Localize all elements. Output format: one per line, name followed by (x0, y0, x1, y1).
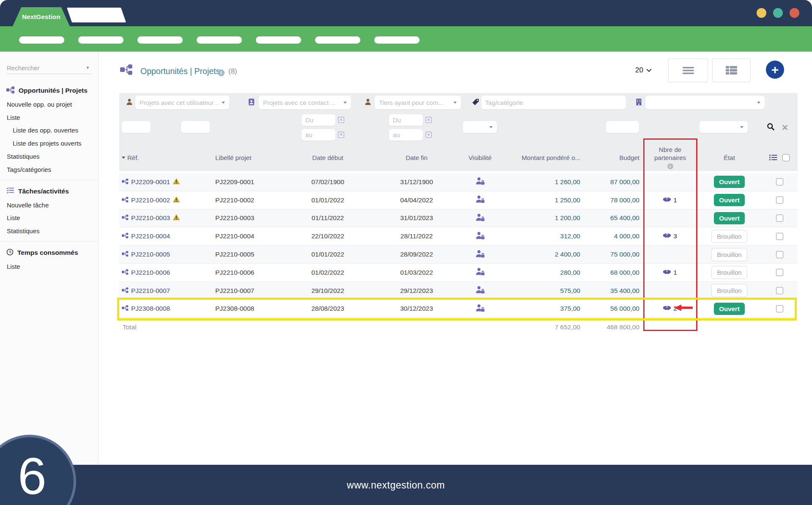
date-end-cell: 31/01/2023 (376, 214, 457, 222)
filter-contact-select[interactable]: Projets avec ce contact ... (259, 96, 351, 109)
sidebar-search-select[interactable]: Rechercher ▼ (7, 62, 91, 74)
ref-link[interactable]: PJ2308-0008 (131, 305, 170, 312)
column-header-state[interactable]: État (697, 154, 761, 161)
label-cell: PJ2209-0001 (211, 178, 279, 186)
page-size-select[interactable]: 20 (635, 66, 652, 75)
column-header-date-start[interactable]: Date début (279, 154, 376, 161)
sidebar-item[interactable]: Liste (0, 260, 98, 273)
nav-pill[interactable] (256, 36, 301, 44)
sidebar-item[interactable]: Statistiques (0, 224, 98, 237)
sidebar-item[interactable]: Nouvelle tâche (0, 199, 98, 212)
filter-tiers-select[interactable]: Tiers ayant pour com... (375, 96, 461, 109)
calendar-icon[interactable] (425, 116, 432, 125)
info-icon[interactable]: i (667, 163, 673, 169)
filter-label-input[interactable] (181, 121, 210, 133)
weighted-cell: 375,00 (503, 305, 584, 312)
date-end-cell: 31/12/1900 (376, 178, 457, 186)
budget-cell: 75 000,00 (584, 251, 643, 258)
filter-state-select[interactable] (700, 121, 748, 133)
filter-ref-input[interactable] (122, 121, 151, 133)
column-header-ref[interactable]: Réf. (119, 154, 211, 161)
filter-budget-input[interactable] (606, 121, 639, 133)
column-header-partners[interactable]: Nbre de partenaires i (643, 146, 697, 169)
table-row[interactable]: PJ2210-0004 PJ2210-0004 22/10/2022 28/11… (119, 227, 798, 246)
tag-category-input[interactable] (481, 96, 626, 109)
sidebar-item[interactable]: Liste des projets ouverts (0, 137, 98, 150)
hamburger-icon (683, 66, 694, 75)
column-header-label[interactable]: Libellé projet (211, 154, 279, 161)
close-dot[interactable] (790, 8, 799, 18)
minimize-dot[interactable] (757, 8, 766, 18)
date-end-to-input[interactable] (389, 129, 423, 141)
row-checkbox[interactable] (776, 305, 783, 312)
table-row[interactable]: PJ2210-0007 PJ2210-0007 29/10/2022 29/12… (119, 282, 798, 300)
search-button[interactable] (767, 123, 775, 132)
brand-tab[interactable]: NextGestion (13, 7, 70, 26)
row-checkbox[interactable] (776, 178, 783, 185)
add-record-button[interactable]: + (766, 61, 784, 79)
sidebar-section-temps[interactable]: Temps consommés (0, 246, 98, 260)
date-start-to-input[interactable] (302, 129, 335, 141)
table-row[interactable]: PJ2308-0008 PJ2308-0008 28/08/2023 30/12… (119, 300, 798, 318)
column-header-date-end[interactable]: Date fin (376, 154, 457, 161)
partners-count: 2 (673, 305, 677, 312)
table-row[interactable]: PJ2209-0001 PJ2209-0001 07/02/1900 31/12… (119, 173, 798, 191)
calendar-icon[interactable] (338, 131, 344, 140)
blank-tab[interactable] (67, 8, 126, 22)
column-header-budget[interactable]: Budget (584, 154, 643, 161)
table-row[interactable]: PJ2210-0006 PJ2210-0006 01/02/2022 01/03… (119, 264, 798, 282)
row-checkbox[interactable] (776, 196, 783, 204)
nav-pill[interactable] (137, 36, 183, 44)
sidebar-item[interactable]: Tags/catégories (0, 163, 98, 176)
ref-link[interactable]: PJ2210-0006 (131, 269, 170, 276)
nav-pill[interactable] (19, 36, 64, 44)
budget-cell: 68 000,00 (584, 269, 643, 276)
table-row[interactable]: PJ2210-0003 PJ2210-0003 01/11/2022 31/01… (119, 210, 798, 228)
list-view-button[interactable] (668, 58, 708, 82)
ref-link[interactable]: PJ2209-0001 (131, 178, 170, 186)
ref-link[interactable]: PJ2210-0002 (131, 196, 170, 204)
sidebar: Rechercher ▼ Opportunités | Projets Nouv… (0, 52, 99, 465)
ref-link[interactable]: PJ2210-0003 (131, 214, 170, 222)
sidebar-item[interactable]: Nouvelle opp. ou projet (0, 98, 98, 111)
clear-filters-button[interactable]: ✕ (782, 123, 788, 132)
filter-company-select[interactable] (645, 96, 765, 109)
sidebar-item[interactable]: Liste (0, 111, 98, 124)
info-icon[interactable]: i (218, 68, 225, 76)
list-check-icon[interactable] (769, 155, 777, 160)
maximize-dot[interactable] (773, 8, 783, 18)
sidebar-item[interactable]: Liste des opp. ouvertes (0, 124, 98, 137)
filter-user-select[interactable]: Projets avec cet utilisateur ... (135, 96, 229, 109)
table-row[interactable]: PJ2210-0005 PJ2210-0005 01/01/2022 28/09… (119, 246, 798, 264)
ref-link[interactable]: PJ2210-0005 (131, 251, 170, 258)
sidebar-section-taches[interactable]: Tâches/activités (0, 184, 98, 199)
nav-pill[interactable] (374, 36, 420, 44)
user-lock-icon (475, 213, 485, 223)
row-checkbox[interactable] (776, 215, 783, 222)
date-end-from-input[interactable] (389, 114, 423, 126)
column-header-visibility[interactable]: Visibilité (457, 154, 503, 161)
nav-pill[interactable] (78, 36, 123, 44)
row-checkbox[interactable] (776, 251, 783, 258)
row-checkbox[interactable] (776, 287, 783, 294)
calendar-icon[interactable] (338, 116, 344, 125)
row-checkbox[interactable] (776, 233, 783, 240)
tasks-icon (6, 187, 14, 195)
date-start-from-input[interactable] (302, 114, 335, 126)
table-row[interactable]: PJ2210-0002 PJ2210-0002 01/01/2022 04/04… (119, 191, 798, 210)
nav-pill[interactable] (197, 36, 242, 44)
sidebar-item[interactable]: Statistiques (0, 150, 98, 163)
select-all-checkbox[interactable] (782, 154, 790, 161)
column-header-weighted[interactable]: Montant pondéré o... (503, 154, 584, 161)
ref-link[interactable]: PJ2210-0004 (131, 232, 170, 240)
filter-visibility-select[interactable] (463, 121, 497, 133)
select-cell (761, 196, 798, 204)
calendar-icon[interactable] (425, 131, 432, 140)
sidebar-item[interactable]: Liste (0, 212, 98, 225)
sidebar-section-opportunites[interactable]: Opportunités | Projets (0, 83, 98, 98)
table-view-button[interactable] (712, 58, 751, 82)
ref-link[interactable]: PJ2210-0007 (131, 287, 170, 295)
row-checkbox[interactable] (776, 269, 783, 276)
caret-down-icon (757, 102, 760, 104)
nav-pill[interactable] (315, 36, 360, 44)
